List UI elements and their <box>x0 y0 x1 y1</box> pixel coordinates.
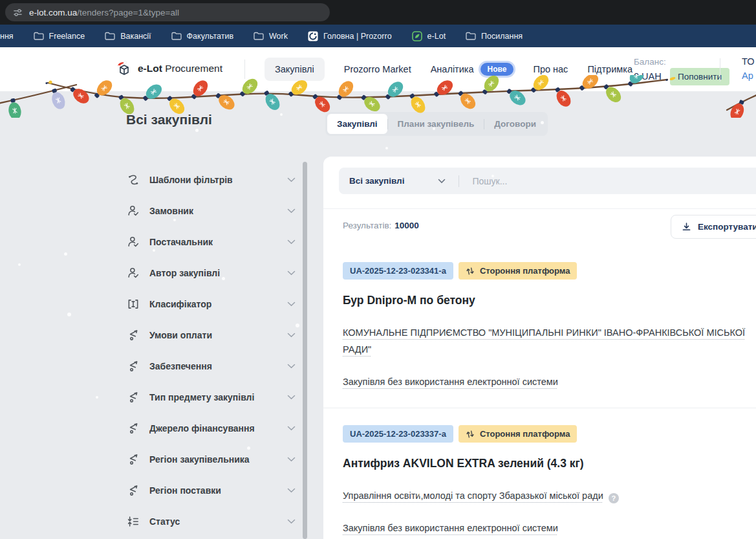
filter-group-label: Регіон закупівельника <box>149 454 250 465</box>
filter-group-label: Автор закупівлі <box>149 268 220 278</box>
chevron-down-icon[interactable] <box>287 519 296 524</box>
balance-value: 0 UAH <box>634 71 662 82</box>
tender-card: UA-2025-12-23-023337-a Стороння платформ… <box>323 408 756 539</box>
filter-group-label: Тип предмету закупівлі <box>149 392 254 402</box>
snowflake-dot <box>18 263 21 266</box>
balance-label: Баланс: <box>634 57 666 67</box>
page-title: Всі закупівлі <box>126 112 212 127</box>
search-bar: Всі закупівлі <box>339 168 756 194</box>
site-settings-icon[interactable] <box>13 8 23 17</box>
bookmark-label: Freelance <box>49 32 85 41</box>
nav-item-about[interactable]: Про нас <box>533 64 568 74</box>
brand-logo[interactable]: e-Lot Procurement <box>115 60 222 77</box>
platform-badge-label: Стороння платформа <box>480 429 570 439</box>
filter-group-тип-предмету-закупівлі[interactable]: Тип предмету закупівлі <box>126 382 302 413</box>
share-node-icon <box>126 422 140 435</box>
search-type-value: Всі закупівлі <box>349 176 404 186</box>
filter-group-label: Забезпечення <box>149 361 212 371</box>
snowflake-dot <box>64 252 67 256</box>
filter-group-label: Джерело фінансування <box>149 423 255 434</box>
snowflake-dot <box>96 396 98 399</box>
method-link[interactable]: Закупівля без використання електронної с… <box>343 523 558 533</box>
chevron-down-icon[interactable] <box>287 364 296 369</box>
bookmark-label: Вакансії <box>120 32 151 41</box>
search-divider <box>459 175 459 187</box>
nav-item-support[interactable]: Підтримка <box>587 64 632 74</box>
chevron-down-icon[interactable] <box>287 239 296 245</box>
filter-group-автор-закупівлі[interactable]: Автор закупівлі <box>126 258 302 289</box>
filter-group-класифікатор[interactable]: Класифікатор <box>126 289 302 320</box>
address-bar[interactable]: e-lot.com.ua/tenders?page=1&type=all <box>5 3 330 21</box>
bookmark-item[interactable]: Freelance <box>34 32 85 41</box>
bookmark-item[interactable]: Вакансії <box>105 32 151 41</box>
chevron-down-icon[interactable] <box>287 488 296 493</box>
filter-group-регіон-поставки[interactable]: Регіон поставки <box>126 475 302 506</box>
elot-logo-icon <box>115 60 132 77</box>
filter-group-шаблони-фільтрів[interactable]: Шаблони фільтрів <box>126 164 302 195</box>
header-divider <box>244 60 245 79</box>
account-link[interactable]: Ар <box>742 71 754 81</box>
filter-group-замовник[interactable]: Замовник <box>126 195 302 226</box>
person-check-icon <box>126 236 140 248</box>
nav-item-prozorro-market[interactable]: Prozorro Market <box>344 64 411 74</box>
main-navigation: Закупівлі Prozorro Market АналітикаНове … <box>265 47 632 91</box>
filter-group-умови-оплати[interactable]: Умови оплати <box>126 320 302 351</box>
nav-item-procurements[interactable]: Закупівлі <box>265 58 325 81</box>
filter-group-постачальник[interactable]: Постачальник <box>126 226 302 258</box>
chevron-down-icon[interactable] <box>287 270 296 276</box>
bookmark-item[interactable]: ння <box>0 32 14 41</box>
share-node-icon <box>126 391 140 404</box>
sidebar-scrollbar[interactable] <box>303 162 307 539</box>
sort-status-icon <box>126 515 140 528</box>
topup-button[interactable]: Поповнити <box>670 68 729 85</box>
method-link[interactable]: Закупівля без використання електронної с… <box>343 377 558 387</box>
buyer-link[interactable]: Управління освіти,молоді та спорту Збара… <box>343 490 603 501</box>
bookmark-item[interactable]: Факультатив <box>171 32 233 41</box>
chevron-down-icon[interactable] <box>287 302 296 307</box>
snowflake-dot <box>385 147 388 149</box>
bookmark-label: e-Lot <box>427 32 446 41</box>
account-block[interactable]: ТО Ар <box>742 56 754 81</box>
chevron-down-icon[interactable] <box>287 457 296 462</box>
tender-method: Закупівля без використання електронної с… <box>343 520 756 536</box>
tab-contracts[interactable]: Договори <box>484 114 546 134</box>
nav-item-analytics[interactable]: АналітикаНове <box>431 63 514 76</box>
badge-row: UA-2025-12-23-023337-a Стороння платформ… <box>343 425 756 443</box>
help-icon[interactable]: ? <box>609 493 619 503</box>
chevron-down-icon[interactable] <box>287 333 296 338</box>
chevron-down-icon[interactable] <box>287 208 296 214</box>
tender-title[interactable]: Антифриз AKVILON EXTRA зелений (4.3 кг) <box>343 457 756 470</box>
chevron-down-icon[interactable] <box>287 395 296 400</box>
tender-buyer: Управління освіти,молоді та спорту Збара… <box>343 487 756 504</box>
folder-icon <box>254 32 264 40</box>
results-count: Результатів:10000 <box>343 221 419 230</box>
filter-group-label: Шаблони фільтрів <box>149 175 233 185</box>
filter-group-регіон-закупівельника[interactable]: Регіон закупівельника <box>126 444 302 475</box>
tender-title[interactable]: Бур Dnipro-M по бетону <box>343 294 756 307</box>
platform-badge: Стороння платформа <box>459 425 578 443</box>
bookmark-item[interactable]: Work <box>254 32 288 41</box>
share-node-icon <box>126 360 140 373</box>
account-divider <box>720 58 720 82</box>
tender-id-badge[interactable]: UA-2025-12-23-023337-a <box>343 425 453 443</box>
search-input[interactable] <box>472 176 756 186</box>
filter-group-статус[interactable]: Статус <box>126 506 302 537</box>
bookmark-item[interactable]: Головна | Prozorro <box>308 31 392 41</box>
export-button[interactable]: Експортувати в <box>671 215 756 239</box>
bookmark-label: ння <box>0 32 14 41</box>
chevron-down-icon[interactable] <box>287 426 296 431</box>
tab-procurements[interactable]: Закупівлі <box>327 114 387 134</box>
filter-group-забезпечення[interactable]: Забезпечення <box>126 351 302 382</box>
bookmark-item[interactable]: Посилання <box>466 32 523 41</box>
tender-id-badge[interactable]: UA-2025-12-23-023341-a <box>343 262 453 280</box>
platform-badge: Стороння платформа <box>459 262 578 280</box>
filter-group-джерело-фінансування[interactable]: Джерело фінансування <box>126 413 302 444</box>
tab-procurement-plans[interactable]: Плани закупівель <box>388 114 484 134</box>
brand-name: e-Lot Procurement <box>138 63 222 74</box>
bookmark-item[interactable]: e-Lot <box>412 31 446 41</box>
chevron-down-icon[interactable] <box>287 177 296 182</box>
search-type-select[interactable]: Всі закупівлі <box>349 176 446 186</box>
results-panel: Всі закупівлі Результатів:10000 Експорту… <box>323 157 756 539</box>
buyer-link[interactable]: КОМУНАЛЬНЕ ПІДПРИЄМСТВО "МУНІЦИПАЛЬНІ РИ… <box>343 327 745 355</box>
snowflake-dot <box>67 313 71 316</box>
